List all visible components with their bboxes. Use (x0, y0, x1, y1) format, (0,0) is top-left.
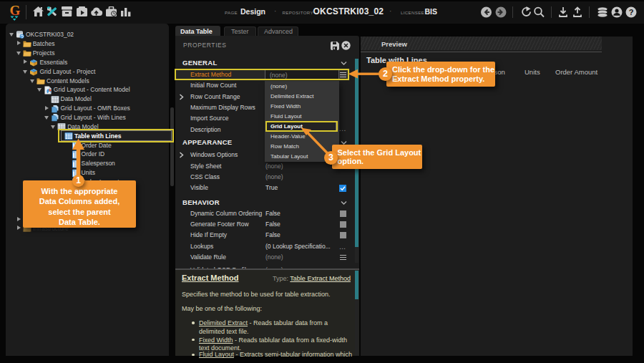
svg-text:G: G (10, 3, 21, 18)
svg-text:?: ? (629, 8, 634, 16)
